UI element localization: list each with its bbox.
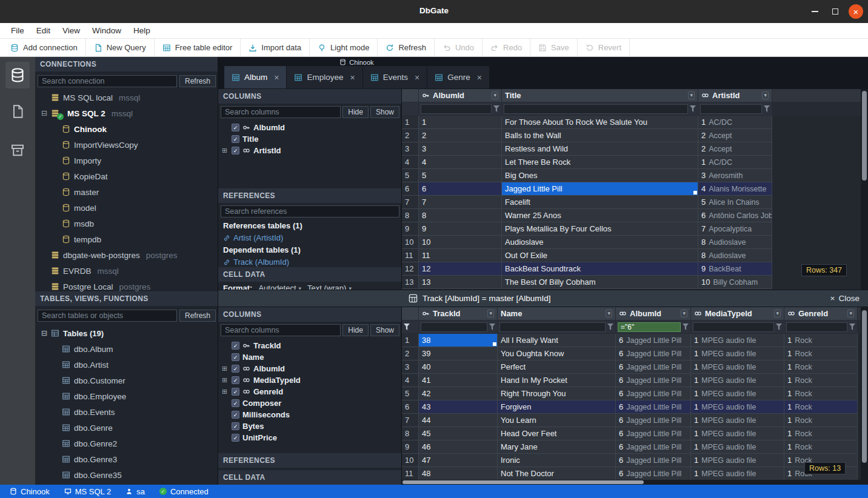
- cell-mediatypeid[interactable]: 1MPEG audio file: [691, 467, 784, 480]
- row-number[interactable]: 2: [402, 129, 419, 142]
- cell-artistid[interactable]: 8Audioslave: [698, 249, 772, 262]
- cell-title[interactable]: Big Ones: [502, 169, 698, 182]
- row-number[interactable]: 13: [402, 276, 419, 289]
- menu-item[interactable]: Help: [127, 23, 156, 39]
- menu-item[interactable]: Window: [86, 23, 127, 39]
- tab[interactable]: Genre ×: [427, 66, 489, 88]
- cell-mediatypeid[interactable]: 1MPEG audio file: [691, 334, 784, 347]
- checkbox-checked-icon[interactable]: ✓: [232, 124, 239, 131]
- cell-albumid[interactable]: 6Jagged Little Pill: [616, 334, 691, 347]
- cell-name[interactable]: All I Really Want: [498, 334, 616, 347]
- tab[interactable]: Events ×: [363, 66, 427, 88]
- checkbox-checked-icon[interactable]: ✓: [232, 365, 239, 373]
- cell-artistid[interactable]: 6Antônio Carlos Jobim: [698, 209, 772, 222]
- cell-title[interactable]: Balls to the Wall: [502, 129, 698, 142]
- tab-close-icon[interactable]: ×: [415, 73, 419, 82]
- expand-icon[interactable]: ⊞: [222, 388, 227, 396]
- connection-item[interactable]: ⊟ ✓ msdb: [35, 216, 218, 231]
- cell-name[interactable]: Head Over Feet: [498, 427, 616, 440]
- cell-albumid[interactable]: 6Jagged Little Pill: [616, 400, 691, 414]
- cell-title[interactable]: Out Of Exile: [502, 249, 698, 262]
- scrollbar-thumb[interactable]: [862, 91, 867, 181]
- refresh-button[interactable]: Refresh: [378, 39, 435, 57]
- format-mode-select[interactable]: Text (wrap)▾: [307, 284, 352, 290]
- scrollbar-thumb[interactable]: [862, 310, 867, 463]
- filter-name[interactable]: [498, 320, 616, 334]
- cell-albumid[interactable]: 12: [419, 262, 502, 276]
- row-number[interactable]: 10: [402, 236, 419, 249]
- row-number-header[interactable]: [402, 307, 419, 320]
- row-number[interactable]: 6: [402, 182, 419, 196]
- cell-albumid[interactable]: 6Jagged Little Pill: [616, 347, 691, 360]
- cell-albumid[interactable]: 6Jagged Little Pill: [616, 387, 691, 400]
- filter-corner[interactable]: [402, 320, 419, 334]
- checkbox-checked-icon[interactable]: ✓: [232, 422, 239, 430]
- filter-mediatypeid[interactable]: [691, 320, 784, 334]
- cell-artistid[interactable]: 7Apocalyptica: [698, 222, 772, 236]
- cell-title[interactable]: Restless and Wild: [502, 142, 698, 156]
- cell-albumid[interactable]: 6Jagged Little Pill: [616, 440, 691, 454]
- cell-genreid[interactable]: 1Rock: [784, 440, 858, 454]
- refresh-tables-button[interactable]: Refresh: [179, 310, 216, 322]
- menu-item[interactable]: File: [5, 23, 30, 39]
- column-menu-icon[interactable]: ▾: [847, 310, 854, 317]
- cell-genreid[interactable]: 1Rock: [784, 374, 858, 387]
- cell-mediatypeid[interactable]: 1MPEG audio file: [691, 454, 784, 467]
- cell-albumid[interactable]: 3: [419, 142, 502, 156]
- filter-icon[interactable]: [849, 324, 855, 330]
- cell-name[interactable]: Mary Jane: [498, 440, 616, 454]
- cell-title[interactable]: BackBeat Soundtrack: [502, 262, 698, 276]
- expand-icon[interactable]: ⊞: [222, 365, 227, 373]
- filter-icon[interactable]: [683, 324, 689, 330]
- cell-trackid[interactable]: 44: [419, 414, 498, 427]
- cell-title[interactable]: Jagged Little Pill: [502, 182, 698, 196]
- row-number[interactable]: 1: [402, 116, 419, 129]
- cell-genreid[interactable]: 1Rock: [784, 387, 858, 400]
- dependent-link[interactable]: Track (AlbumId): [223, 257, 289, 267]
- filter-icon[interactable]: [404, 324, 410, 330]
- cell-albumid[interactable]: 4: [419, 156, 502, 169]
- menu-item[interactable]: Edit: [30, 23, 56, 39]
- column-item[interactable]: ⊞ ✓ MediaTypeId: [218, 374, 401, 386]
- cell-genreid[interactable]: 1Rock: [784, 414, 858, 427]
- filter-artistid[interactable]: [698, 102, 772, 116]
- column-item[interactable]: ⊞ ✓ UnitPrice: [218, 432, 401, 443]
- checkbox-checked-icon[interactable]: ✓: [232, 399, 239, 407]
- cell-name[interactable]: Right Through You: [498, 387, 616, 400]
- cell-genreid[interactable]: 1Rock: [784, 400, 858, 414]
- connection-item[interactable]: ⊟ ✓ dbgate-web-postgres postgres: [35, 247, 218, 263]
- nav-files-button[interactable]: [5, 98, 30, 125]
- cell-genreid[interactable]: 1Rock: [784, 347, 858, 360]
- tab-close-icon[interactable]: ×: [274, 73, 279, 82]
- cell-name[interactable]: Hand In My Pocket: [498, 374, 616, 387]
- column-menu-icon[interactable]: ▾: [606, 310, 612, 317]
- table-item[interactable]: dbo.Customer: [35, 373, 218, 388]
- filter-icon[interactable]: [493, 105, 499, 112]
- table-item[interactable]: dbo.Genre: [35, 420, 218, 436]
- cell-mediatypeid[interactable]: 1MPEG audio file: [691, 427, 784, 440]
- table-item[interactable]: dbo.Events: [35, 404, 218, 420]
- row-number[interactable]: 11: [402, 249, 419, 262]
- reference-link[interactable]: Artist (ArtistId): [223, 233, 283, 242]
- checkbox-checked-icon[interactable]: ✓: [232, 388, 239, 396]
- row-number[interactable]: 1: [402, 334, 419, 347]
- cell-name[interactable]: You Oughta Know: [498, 347, 616, 360]
- cell-trackid[interactable]: 41: [419, 374, 498, 387]
- row-number[interactable]: 3: [402, 360, 419, 374]
- cell-trackid[interactable]: 38: [419, 334, 498, 347]
- tables-group[interactable]: ⊟ Tables (19): [35, 325, 218, 341]
- connection-item[interactable]: ⊟ ✓ master: [35, 184, 218, 200]
- cell-albumid[interactable]: 9: [419, 222, 502, 236]
- cell-mediatypeid[interactable]: 1MPEG audio file: [691, 387, 784, 400]
- checkbox-checked-icon[interactable]: ✓: [232, 147, 239, 154]
- cell-trackid[interactable]: 39: [419, 347, 498, 360]
- hide-columns-button[interactable]: Hide: [342, 324, 369, 336]
- checkbox-checked-icon[interactable]: ✓: [232, 411, 239, 419]
- row-number[interactable]: 4: [402, 156, 419, 169]
- filter-albumid[interactable]: [419, 102, 502, 116]
- row-number[interactable]: 7: [402, 414, 419, 427]
- column-menu-icon[interactable]: ▾: [688, 91, 695, 99]
- status-server[interactable]: MS SQL 2: [57, 485, 118, 498]
- column-item[interactable]: ⊞ ✓ AlbumId: [218, 122, 401, 133]
- close-detail-button[interactable]: × Close: [830, 294, 860, 303]
